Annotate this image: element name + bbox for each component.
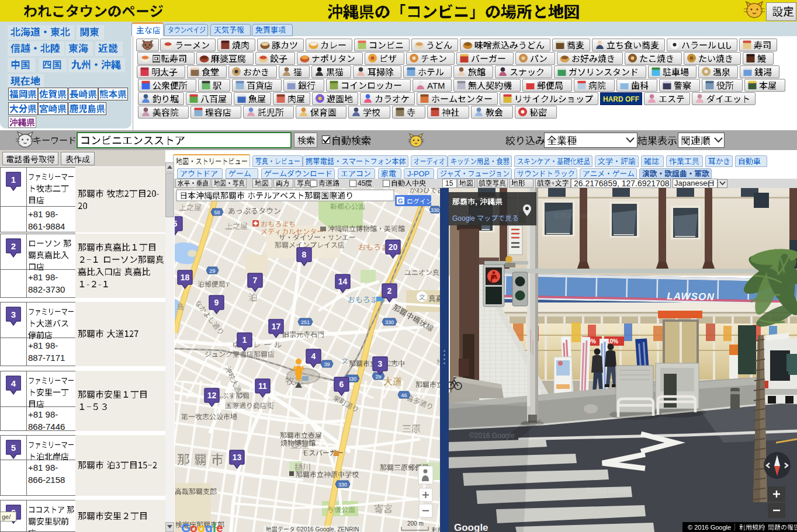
svg-text:46: 46 [401,392,407,398]
svg-text:7: 7 [253,276,258,285]
svg-text:8: 8 [302,250,307,259]
svg-text:2: 2 [11,241,16,251]
svg-text:29: 29 [209,268,215,274]
svg-text:17: 17 [272,322,281,331]
svg-text:4: 4 [311,352,316,361]
svg-text:12: 12 [207,391,217,400]
svg-text:9: 9 [214,298,219,307]
svg-text:330: 330 [431,207,439,213]
svg-text:5: 5 [175,219,178,228]
svg-text:Google: Google [454,522,488,532]
svg-text:200 m: 200 m [407,520,424,527]
svg-text:©2016 Google: ©2016 Google [554,212,600,220]
svg-text:LAWSON: LAWSON [667,291,715,303]
svg-text:330: 330 [385,319,394,325]
svg-text:Google: Google [452,214,475,222]
svg-text:10%: 10% [607,338,618,345]
svg-text:l: l [213,521,216,532]
svg-text:G: G [398,197,403,204]
svg-text:330: 330 [338,482,347,488]
svg-text:14: 14 [338,277,348,286]
svg-text:e: e [216,521,223,532]
svg-text:11: 11 [258,381,267,391]
svg-text:13: 13 [233,453,242,462]
svg-text:58: 58 [214,210,220,215]
svg-text:o: o [190,521,197,532]
svg-text:©2016 Google: ©2016 Google [586,486,632,495]
svg-text:o: o [197,521,205,532]
svg-text:4: 4 [11,378,16,388]
svg-text:©2016 Google, ZENRIN: ©2016 Google, ZENRIN [296,526,359,532]
svg-text:2: 2 [387,286,392,295]
svg-text:18: 18 [181,273,190,282]
svg-text:3: 3 [11,310,16,319]
svg-text:20: 20 [389,242,398,252]
svg-text:6: 6 [339,380,344,389]
svg-text:39: 39 [324,361,330,367]
svg-text:© 2016 Google: © 2016 Google [688,524,731,531]
svg-text:1: 1 [242,335,247,345]
svg-text:3: 3 [378,359,383,368]
svg-text:G: G [181,521,190,532]
svg-text:g: g [205,521,213,532]
svg-text:1: 1 [11,175,16,185]
svg-text:251: 251 [301,319,310,325]
svg-text:5: 5 [11,443,16,453]
svg-text:©2016 Google: ©2016 Google [469,432,515,440]
